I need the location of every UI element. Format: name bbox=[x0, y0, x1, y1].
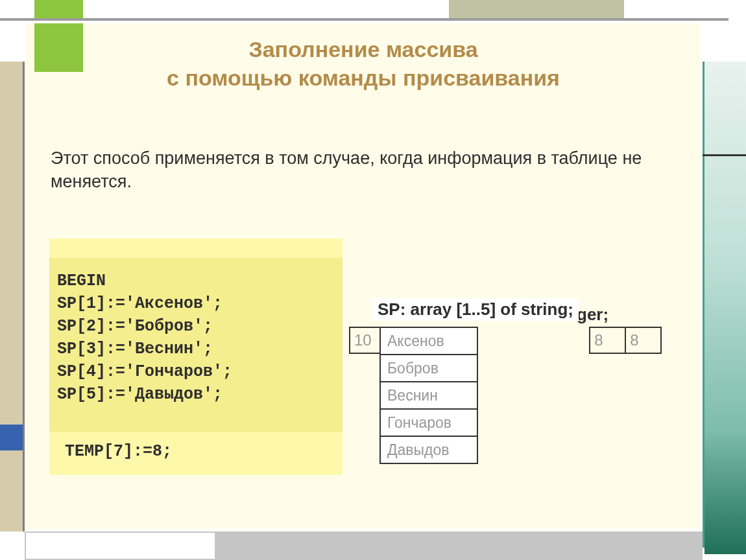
v-cell-5: Давыдов bbox=[380, 436, 477, 463]
code-text: BEGIN SP[1]:='Аксенов'; SP[2]:='Бобров';… bbox=[49, 258, 343, 411]
v-cell-1: Аксенов bbox=[380, 327, 477, 355]
deco-teal-right-border bbox=[703, 62, 704, 548]
slide-title: Заполнение массива с помощью команды при… bbox=[26, 23, 701, 92]
deco-blue-chip bbox=[0, 425, 23, 450]
deco-green-top-strip bbox=[34, 0, 83, 18]
h-cell-9: 8 bbox=[590, 327, 625, 353]
deco-beige-left bbox=[0, 62, 23, 531]
h-cell-6 bbox=[509, 327, 544, 353]
code-underlay-tail: TEMP[7]:=8; bbox=[65, 442, 172, 461]
deco-bottom-gray-bar bbox=[216, 531, 703, 560]
title-line-1: Заполнение массива bbox=[248, 37, 477, 62]
deco-khaki-top bbox=[449, 0, 624, 18]
v-cell-2: Бобров bbox=[380, 355, 477, 382]
vertical-string-table: Аксенов Бобров Веснин Гончаров Давыдов bbox=[379, 327, 478, 464]
h-cell-10: 8 bbox=[625, 327, 661, 353]
deco-teal-right bbox=[704, 62, 746, 554]
title-line-2: с помощью команды присваивания bbox=[167, 65, 560, 90]
deco-top-border bbox=[0, 18, 728, 21]
deco-left-border bbox=[23, 62, 25, 531]
slide-stage: Заполнение массива с помощью команды при… bbox=[0, 0, 746, 560]
deco-green-square bbox=[34, 23, 83, 72]
h-cell-5 bbox=[473, 327, 509, 353]
sp-array-declaration: SP: array [1..5] of string; bbox=[372, 298, 579, 321]
sp-decl-behind-tail: ger; bbox=[577, 305, 608, 325]
slide-body: Заполнение массива с помощью команды при… bbox=[26, 23, 701, 529]
v-cell-3: Веснин bbox=[380, 382, 477, 409]
code-block-front: BEGIN SP[1]:='Аксенов'; SP[2]:='Бобров';… bbox=[49, 258, 343, 432]
h-cell-7 bbox=[544, 327, 580, 353]
deco-bottom-white-box bbox=[25, 531, 216, 560]
slide-description: Этот способ применяется в том случае, ко… bbox=[51, 146, 673, 194]
deco-right-line bbox=[703, 154, 746, 156]
h-cell-8 bbox=[580, 327, 590, 353]
v-cell-4: Гончаров bbox=[380, 409, 477, 436]
